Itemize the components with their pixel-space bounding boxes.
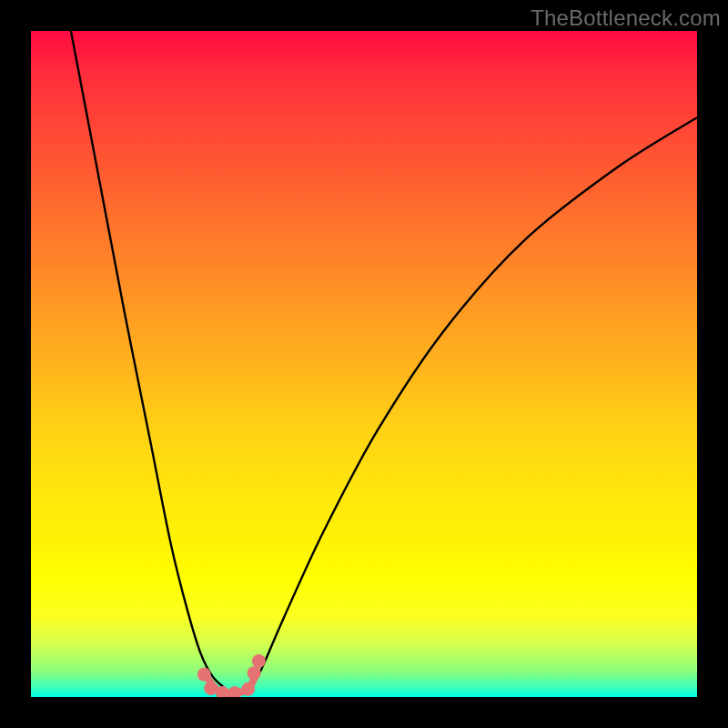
valley-marker bbox=[204, 682, 217, 695]
chart-svg bbox=[31, 31, 697, 697]
valley-marker bbox=[197, 668, 211, 682]
plot-area bbox=[31, 31, 697, 697]
valley-marker bbox=[248, 666, 261, 680]
watermark-label: TheBottleneck.com bbox=[531, 5, 721, 31]
valley-marker bbox=[228, 686, 241, 697]
valley-marker bbox=[241, 682, 255, 696]
valley-markers-group bbox=[197, 654, 266, 697]
curve-left-branch bbox=[71, 31, 224, 688]
valley-marker bbox=[252, 654, 266, 668]
curve-right-branch bbox=[249, 117, 697, 688]
chart-frame: TheBottleneck.com bbox=[0, 0, 728, 728]
